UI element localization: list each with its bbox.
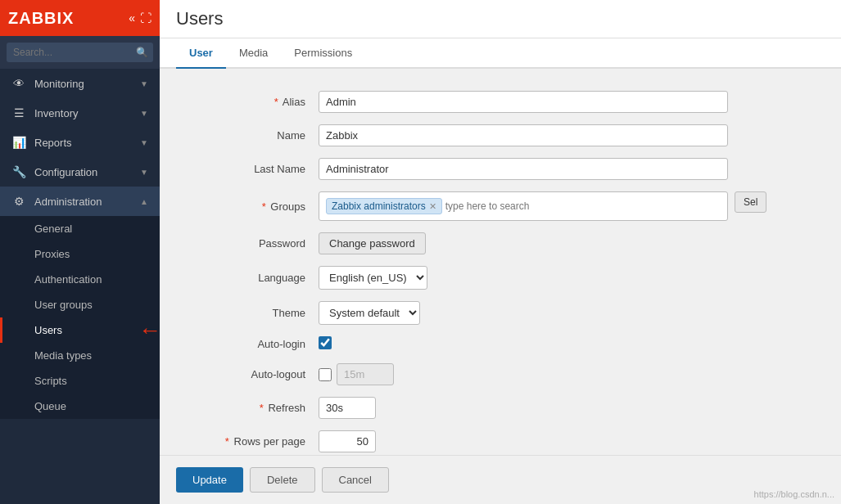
password-row: Password Change password	[184, 227, 816, 260]
sidebar-item-scripts[interactable]: Scripts	[0, 368, 160, 394]
search-icon: 🔍	[136, 47, 148, 58]
search-input[interactable]	[7, 43, 153, 62]
delete-button[interactable]: Delete	[250, 467, 315, 493]
sidebar-item-label: Inventory	[34, 107, 132, 119]
user-groups-label: User groups	[34, 299, 93, 311]
cancel-button[interactable]: Cancel	[322, 467, 389, 493]
admin-sub-nav: General Proxies Authentication User grou…	[0, 216, 160, 419]
refresh-cell	[315, 391, 816, 425]
sidebar-item-general[interactable]: General	[0, 216, 160, 241]
language-label: Language	[184, 260, 315, 295]
name-input[interactable]	[319, 124, 728, 146]
sidebar-item-label: Reports	[34, 137, 132, 149]
chevron-right-icon: ▼	[140, 79, 148, 88]
page-header: Users	[160, 0, 841, 38]
scripts-label: Scripts	[34, 375, 67, 387]
groups-row: * Groups Zabbix administrators ✕ Sel	[184, 186, 816, 227]
sidebar-header-icons: « ⛶	[129, 11, 151, 25]
inventory-icon: ☰	[11, 106, 26, 119]
configuration-icon: 🔧	[11, 165, 26, 178]
sidebar-item-label: Administration	[34, 196, 132, 208]
alias-cell	[315, 85, 816, 119]
rows-per-page-row: * Rows per page	[184, 425, 816, 455]
refresh-row: * Refresh	[184, 391, 816, 425]
sidebar-item-authentication[interactable]: Authentication	[0, 267, 160, 292]
logo: ZABBIX	[8, 9, 74, 28]
tab-user[interactable]: User	[176, 38, 226, 69]
sidebar-item-user-groups[interactable]: User groups	[0, 292, 160, 317]
groups-field[interactable]: Zabbix administrators ✕	[319, 191, 728, 221]
sidebar-item-configuration[interactable]: 🔧 Configuration ▼	[0, 157, 160, 187]
sidebar-header: ZABBIX « ⛶	[0, 0, 160, 36]
sidebar-item-media-types[interactable]: Media types	[0, 343, 160, 368]
theme-cell: System default	[315, 295, 816, 331]
groups-cell: Zabbix administrators ✕ Sel	[315, 186, 816, 227]
sel-button[interactable]: Sel	[735, 191, 766, 213]
monitoring-icon: 👁	[11, 77, 26, 90]
group-tag-label: Zabbix administrators	[332, 200, 426, 212]
update-button[interactable]: Update	[176, 467, 243, 493]
refresh-input[interactable]	[319, 397, 376, 419]
queue-label: Queue	[34, 400, 66, 412]
expand-icon[interactable]: ⛶	[140, 11, 151, 25]
rows-per-page-input[interactable]	[319, 430, 376, 452]
autologin-label: Auto-login	[184, 331, 315, 358]
tab-media[interactable]: Media	[226, 38, 281, 69]
chevron-up-icon: ▲	[140, 197, 148, 206]
sidebar-item-label: Configuration	[34, 166, 132, 178]
form-actions: Update Delete Cancel	[160, 455, 841, 504]
language-row: Language English (en_US)	[184, 260, 816, 295]
rows-per-page-cell	[315, 425, 816, 455]
sidebar-item-monitoring[interactable]: 👁 Monitoring ▼	[0, 69, 160, 98]
main-content: Users User Media Permissions * Alias	[160, 0, 841, 504]
language-cell: English (en_US)	[315, 260, 816, 295]
autologout-cell	[315, 358, 816, 391]
sidebar-item-label: Monitoring	[34, 78, 132, 90]
chevron-right-icon: ▼	[140, 138, 148, 147]
groups-label: * Groups	[184, 186, 315, 227]
autologout-input[interactable]	[337, 363, 394, 385]
required-star-refresh: *	[260, 402, 264, 414]
sidebar-item-users[interactable]: Users ←	[0, 317, 160, 343]
password-label: Password	[184, 227, 315, 260]
sidebar-item-inventory[interactable]: ☰ Inventory ▼	[0, 98, 160, 128]
remove-tag-icon[interactable]: ✕	[429, 201, 436, 212]
required-star-rows: *	[225, 435, 229, 448]
alias-input[interactable]	[319, 91, 728, 113]
users-label: Users	[34, 324, 62, 336]
chevron-right-icon: ▼	[140, 109, 148, 118]
watermark: https://blog.csdn.n...	[754, 489, 834, 499]
autologin-checkbox[interactable]	[319, 336, 332, 349]
autologin-cell	[315, 331, 816, 358]
user-form-table: * Alias Name	[184, 85, 816, 455]
tab-permissions[interactable]: Permissions	[281, 38, 365, 69]
proxies-label: Proxies	[34, 248, 70, 260]
lastname-label: Last Name	[184, 152, 315, 186]
autologout-label: Auto-logout	[184, 358, 315, 391]
sidebar-item-administration[interactable]: ⚙ Administration ▲	[0, 187, 160, 216]
autologout-row: Auto-logout	[184, 358, 816, 391]
rows-per-page-label: * Rows per page	[184, 425, 315, 455]
lastname-row: Last Name	[184, 152, 816, 186]
autologout-wrap	[319, 363, 813, 385]
required-star: *	[274, 96, 278, 108]
groups-search-input[interactable]	[445, 200, 721, 212]
active-arrow-icon: ←	[138, 317, 160, 344]
theme-select[interactable]: System default	[319, 301, 420, 325]
name-row: Name	[184, 119, 816, 152]
required-star-groups: *	[262, 200, 266, 213]
lastname-input[interactable]	[319, 158, 728, 180]
sidebar-item-queue[interactable]: Queue	[0, 394, 160, 419]
language-select[interactable]: English (en_US)	[319, 266, 427, 290]
tab-bar: User Media Permissions	[160, 38, 841, 69]
collapse-icon[interactable]: «	[129, 11, 135, 25]
media-types-label: Media types	[34, 349, 92, 362]
sidebar-item-proxies[interactable]: Proxies	[0, 241, 160, 267]
alias-label: * Alias	[184, 85, 315, 119]
change-password-button[interactable]: Change password	[319, 232, 426, 254]
sidebar-item-reports[interactable]: 📊 Reports ▼	[0, 128, 160, 157]
name-cell	[315, 119, 816, 152]
autologout-checkbox[interactable]	[319, 368, 332, 381]
authentication-label: Authentication	[34, 273, 102, 286]
alias-row: * Alias	[184, 85, 816, 119]
